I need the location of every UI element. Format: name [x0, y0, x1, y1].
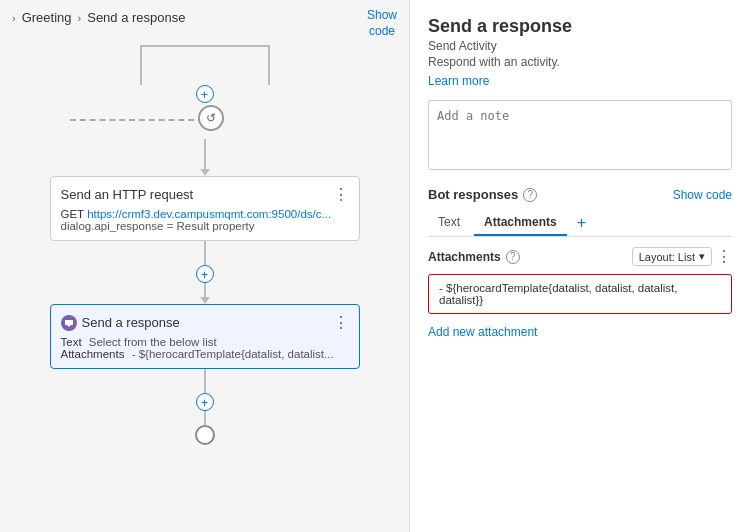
- plus-button-1[interactable]: +: [196, 85, 214, 103]
- attachments-row: Attachments ? Layout: List ▾ ⋮: [428, 247, 732, 266]
- connector-v4: [204, 283, 206, 297]
- bot-responses-title: Bot responses: [428, 187, 518, 202]
- connector-v6: [204, 411, 206, 425]
- http-card-body: GET https://crmf3.dev.campusmqmt.com:950…: [61, 208, 349, 232]
- response-card-menu[interactable]: ⋮: [333, 313, 349, 332]
- response-text-label: Text: [61, 336, 82, 348]
- http-assignment: dialog.api_response = Result property: [61, 220, 255, 232]
- hero-card-row[interactable]: - ${herocardTemplate{datalist, datalist,…: [428, 274, 732, 314]
- response-card-header: Send a response ⋮: [61, 313, 349, 332]
- panel-subtitle: Send Activity: [428, 39, 732, 53]
- connector-v3: [204, 241, 206, 265]
- http-request-card: Send an HTTP request ⋮ GET https://crmf3…: [50, 176, 360, 241]
- breadcrumb-chevron: ›: [12, 12, 16, 24]
- bot-responses-section-header: Bot responses ? Show code: [428, 187, 732, 202]
- http-card-header: Send an HTTP request ⋮: [61, 185, 349, 204]
- http-url: https://crmf3.dev.campusmqmt.com:9500/ds…: [87, 208, 331, 220]
- show-code-button[interactable]: Show code: [673, 188, 732, 202]
- connector-v1: [204, 139, 206, 153]
- response-attachments-label: Attachments: [61, 348, 125, 360]
- note-textarea[interactable]: [428, 100, 732, 170]
- http-card-title: Send an HTTP request: [61, 187, 194, 202]
- response-attachments-row: Attachments - ${herocardTemplate{datalis…: [61, 348, 349, 360]
- response-attachments-value: - ${herocardTemplate{datalist, datalist.…: [132, 348, 334, 360]
- http-url-row: GET https://crmf3.dev.campusmqmt.com:950…: [61, 208, 349, 220]
- attachments-help-icon[interactable]: ?: [506, 250, 520, 264]
- add-attachment-link[interactable]: Add new attachment: [428, 325, 537, 339]
- learn-more-link[interactable]: Learn more: [428, 74, 489, 88]
- flow-canvas: + ↺ Send an HTTP request ⋮ GET https://c…: [0, 35, 409, 445]
- http-card-menu[interactable]: ⋮: [333, 185, 349, 204]
- layout-chevron-icon: ▾: [699, 250, 705, 263]
- plus-button-2[interactable]: +: [196, 265, 214, 283]
- response-card-icon: [61, 315, 77, 331]
- loop-icon: ↺: [198, 105, 224, 131]
- end-circle: [195, 425, 215, 445]
- connector-v2: [204, 153, 206, 169]
- breadcrumb-separator: ›: [78, 12, 82, 24]
- breadcrumb-parent[interactable]: Greeting: [22, 10, 72, 25]
- response-text-value: Select from the below list: [89, 336, 217, 348]
- layout-label: Layout: List: [639, 251, 695, 263]
- breadcrumb: › Greeting › Send a response: [0, 0, 409, 35]
- bot-responses-help-icon[interactable]: ?: [523, 188, 537, 202]
- bot-responses-tabs: Text Attachments +: [428, 210, 732, 237]
- breadcrumb-current: Send a response: [87, 10, 185, 25]
- attachments-label-row: Attachments ?: [428, 250, 520, 264]
- attachments-label: Attachments: [428, 250, 501, 264]
- bot-responses-title-row: Bot responses ?: [428, 187, 537, 202]
- layout-controls: Layout: List ▾ ⋮: [632, 247, 732, 266]
- loop-connector: ↺: [50, 103, 360, 139]
- response-text-row: Text Select from the below list: [61, 336, 349, 348]
- send-response-card[interactable]: Send a response ⋮ Text Select from the b…: [50, 304, 360, 369]
- panel-title: Send a response: [428, 16, 732, 37]
- response-card-title: Send a response: [82, 315, 180, 330]
- top-connector: [50, 45, 360, 85]
- arrow-down-2: [200, 297, 210, 304]
- panel-description: Respond with an activity.: [428, 55, 732, 69]
- hero-card-value: - ${herocardTemplate{datalist, datalist,…: [439, 282, 677, 306]
- response-card-title-row: Send a response: [61, 315, 180, 331]
- attachments-menu-dots[interactable]: ⋮: [716, 247, 732, 266]
- connector-v5: [204, 369, 206, 393]
- response-card-body: Text Select from the below list Attachme…: [61, 336, 349, 360]
- http-assignment-row: dialog.api_response = Result property: [61, 220, 349, 232]
- tab-add-button[interactable]: +: [571, 212, 592, 234]
- right-panel: Send a response Send Activity Respond wi…: [410, 0, 750, 532]
- left-panel: › Greeting › Send a response Show code +…: [0, 0, 410, 532]
- arrow-down-1: [200, 169, 210, 176]
- tab-attachments[interactable]: Attachments: [474, 210, 567, 236]
- plus-button-3[interactable]: +: [196, 393, 214, 411]
- http-method: GET: [61, 208, 84, 220]
- layout-dropdown[interactable]: Layout: List ▾: [632, 247, 712, 266]
- show-code-top-button[interactable]: Show code: [367, 8, 397, 39]
- tab-text[interactable]: Text: [428, 210, 470, 236]
